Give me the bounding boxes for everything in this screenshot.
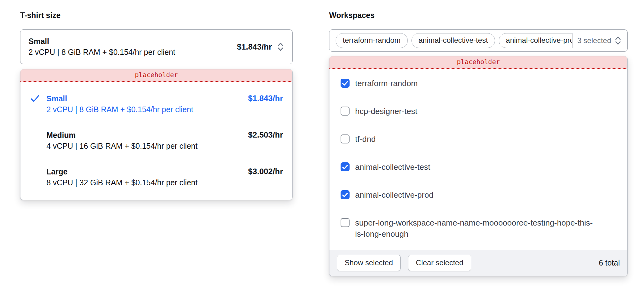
workspace-checkbox-list: terraform-random hcp-designer-test tf-dn… <box>329 69 627 250</box>
tshirt-option-list: Small 2 vCPU | 8 GiB RAM + $0.154/hr per… <box>20 82 292 200</box>
placeholder-banner: placeholder <box>20 69 292 82</box>
workspace-row-animal-collective-prod[interactable]: animal-collective-prod <box>329 181 627 209</box>
selected-count-text: 3 selected <box>577 36 611 45</box>
show-selected-button[interactable]: Show selected <box>337 255 401 271</box>
workspace-row-hcp-designer-test[interactable]: hcp-designer-test <box>329 97 627 125</box>
checkbox[interactable] <box>341 134 350 143</box>
workspaces-dropdown-footer: Show selected Clear selected 6 total <box>329 250 627 276</box>
placeholder-banner: placeholder <box>329 56 627 69</box>
workspace-name: animal-collective-prod <box>355 189 433 200</box>
selected-check-icon <box>30 166 46 168</box>
checkbox[interactable] <box>341 162 350 171</box>
tshirt-trigger-title: Small <box>28 36 175 47</box>
tshirt-size-dropdown: placeholder Small 2 vCPU | 8 GiB RAM + $… <box>20 69 293 200</box>
option-price: $2.503/hr <box>248 130 283 140</box>
workspace-pill-clipped[interactable]: animal-collective-prod <box>499 33 572 48</box>
option-subtitle: 2 vCPU | 8 GiB RAM + $0.154/hr per clien… <box>46 104 193 115</box>
check-icon <box>342 165 348 169</box>
workspace-name: hcp-designer-test <box>355 106 417 117</box>
check-icon <box>342 192 348 197</box>
workspaces-section: Workspaces terraform-random animal-colle… <box>329 11 628 276</box>
option-subtitle: 4 vCPU | 16 GiB RAM + $0.154/hr per clie… <box>46 141 198 152</box>
option-large[interactable]: Large 8 vCPU | 32 GiB RAM + $0.154/hr pe… <box>20 159 292 196</box>
workspace-pill[interactable]: terraform-random <box>336 33 408 48</box>
tshirt-trigger-text: Small 2 vCPU | 8 GiB RAM + $0.154/hr per… <box>28 36 175 58</box>
option-small[interactable]: Small 2 vCPU | 8 GiB RAM + $0.154/hr per… <box>20 86 292 122</box>
workspaces-select-trigger[interactable]: terraform-random animal-collective-test … <box>329 29 628 52</box>
checkbox[interactable] <box>341 218 350 227</box>
tshirt-size-label: T-shirt size <box>20 11 293 20</box>
workspace-name: animal-collective-test <box>355 161 430 173</box>
workspace-name: tf-dnd <box>355 134 376 145</box>
tshirt-size-select-trigger[interactable]: Small 2 vCPU | 8 GiB RAM + $0.154/hr per… <box>20 29 293 64</box>
tshirt-size-section: T-shirt size Small 2 vCPU | 8 GiB RAM + … <box>20 11 293 200</box>
workspace-row-tf-dnd[interactable]: tf-dnd <box>329 125 627 153</box>
option-medium[interactable]: Medium 4 vCPU | 16 GiB RAM + $0.154/hr p… <box>20 122 292 159</box>
workspace-row-animal-collective-test[interactable]: animal-collective-test <box>329 153 627 181</box>
tshirt-trigger-price: $1.843/hr <box>237 42 272 52</box>
chevron-up-down-icon <box>277 42 284 52</box>
workspaces-dropdown: placeholder terraform-random hcp-designe… <box>329 56 628 276</box>
option-price: $1.843/hr <box>248 93 283 103</box>
checkbox[interactable] <box>341 190 350 199</box>
chevron-up-down-icon <box>614 35 622 46</box>
workspace-pill[interactable]: animal-collective-test <box>411 33 495 48</box>
workspace-name: super-long-workspace-name-name-moooooore… <box>355 217 594 239</box>
tshirt-trigger-subtitle: 2 vCPU | 8 GiB RAM + $0.154/hr per clien… <box>28 47 175 58</box>
clear-selected-button[interactable]: Clear selected <box>408 255 471 271</box>
workspace-row-terraform-random[interactable]: terraform-random <box>329 69 627 97</box>
checkbox[interactable] <box>341 107 350 116</box>
option-title: Small <box>46 93 193 104</box>
check-icon <box>342 81 348 86</box>
selected-check-icon <box>30 93 46 103</box>
selected-workspace-pills: terraform-random animal-collective-test … <box>336 33 572 48</box>
total-count-text: 6 total <box>599 258 620 267</box>
selected-check-icon <box>30 130 46 131</box>
workspace-name: terraform-random <box>355 78 418 89</box>
option-subtitle: 8 vCPU | 32 GiB RAM + $0.154/hr per clie… <box>46 177 198 188</box>
checkbox[interactable] <box>341 79 350 88</box>
option-price: $3.002/hr <box>248 166 283 176</box>
option-title: Medium <box>46 130 198 141</box>
option-title: Large <box>46 166 198 177</box>
workspaces-label: Workspaces <box>329 11 628 20</box>
workspace-row-super-long[interactable]: super-long-workspace-name-name-moooooore… <box>329 209 627 248</box>
